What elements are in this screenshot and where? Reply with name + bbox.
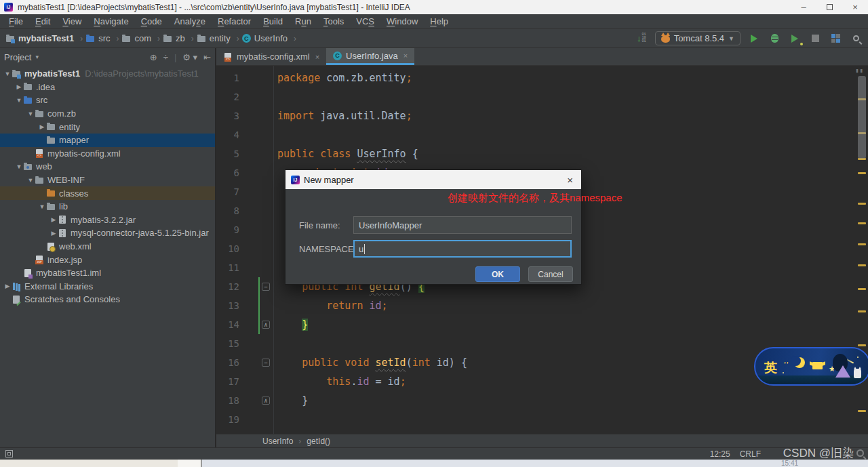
menu-item-analyze[interactable]: Analyze xyxy=(168,15,212,28)
gear-icon[interactable]: ⚙ ▾ xyxy=(182,52,197,62)
tree-item-external-libraries[interactable]: ▶External Libraries xyxy=(0,280,215,293)
tree-item-mybatis-config-xml[interactable]: mybatis-config.xml xyxy=(0,147,215,161)
file-name-input[interactable]: UserInfoMapper xyxy=(353,216,572,234)
tree-item-classes[interactable]: classes xyxy=(0,186,215,200)
watermark-magnifier-icon xyxy=(856,449,864,457)
stripe-warning-mark[interactable] xyxy=(858,222,866,224)
locate-icon[interactable]: ⊕ xyxy=(150,52,157,62)
chevron-expanded-icon[interactable]: ▼ xyxy=(15,163,23,170)
intellij-logo-icon: IJ xyxy=(291,176,300,184)
breadcrumb-item-mybatistest1[interactable]: mybatisTest1› xyxy=(5,33,83,43)
ok-button[interactable]: OK xyxy=(475,266,520,282)
stop-button[interactable] xyxy=(808,32,822,45)
tree-item-entity[interactable]: ▶entity xyxy=(0,120,215,134)
tool-windows-button[interactable] xyxy=(829,32,842,45)
stripe-warning-mark[interactable] xyxy=(858,288,866,290)
breadcrumb-item-userinfo[interactable]: CUserInfo› xyxy=(242,33,296,43)
project-tree: ▼mybatisTest1D:\ideaProjects\mybatisTest… xyxy=(0,66,215,306)
cancel-button[interactable]: Cancel xyxy=(528,266,573,282)
tree-item-web-xml[interactable]: web.xml xyxy=(0,240,215,253)
stripe-warning-mark[interactable] xyxy=(858,264,866,266)
editor-breadcrumb-item[interactable]: UserInfo xyxy=(262,436,293,446)
tree-item-scratches-and-consoles[interactable]: Scratches and Consoles xyxy=(0,293,215,306)
chevron-expanded-icon[interactable]: ▼ xyxy=(26,177,35,184)
stripe-warning-mark[interactable] xyxy=(858,243,866,245)
menu-item-run[interactable]: Run xyxy=(289,15,317,28)
xml-icon xyxy=(35,148,44,158)
breadcrumb-item-zb[interactable]: zb› xyxy=(163,33,194,43)
numeric-sort-icon[interactable]: ↓ 011001 xyxy=(635,32,648,45)
breadcrumb-item-entity[interactable]: entity› xyxy=(197,33,239,43)
tree-item-src[interactable]: ▼src xyxy=(0,94,215,107)
tree-item-mybatis-3-2-2-jar[interactable]: ▶mybatis-3.2.2.jar xyxy=(0,214,215,227)
chevron-expanded-icon[interactable]: ▼ xyxy=(15,97,23,104)
close-icon[interactable]: × xyxy=(315,53,319,61)
editor-breadcrumb-item[interactable]: getId() xyxy=(307,436,330,446)
menu-item-vcs[interactable]: VCS xyxy=(350,15,380,28)
fold-region-close-icon[interactable]: ∧ xyxy=(262,397,270,405)
menu-item-edit[interactable]: Edit xyxy=(29,15,56,28)
editor-tab-bar: mybatis-config.xml×CUserInfo.java× xyxy=(216,48,868,66)
hide-panel-icon[interactable]: ⇤ xyxy=(203,52,211,62)
project-panel-title[interactable]: Project xyxy=(4,52,31,62)
chevron-collapsed-icon[interactable]: ▶ xyxy=(50,216,58,223)
breadcrumb-item-com[interactable]: com› xyxy=(121,33,160,43)
tab-mybatis-config-xml[interactable]: mybatis-config.xml× xyxy=(216,48,326,65)
run-with-coverage-button[interactable] xyxy=(788,32,802,45)
menu-item-refactor[interactable]: Refactor xyxy=(212,15,257,28)
menu-item-window[interactable]: Window xyxy=(380,15,424,28)
fold-region-open-icon[interactable]: − xyxy=(262,359,270,367)
fold-region-close-icon[interactable]: ∧ xyxy=(262,321,270,329)
dialog-close-button[interactable]: × xyxy=(564,174,576,186)
run-configuration-selector[interactable]: Tomcat 8.5.4 ▼ xyxy=(655,31,741,45)
search-everywhere-button[interactable] xyxy=(849,32,863,45)
chevron-collapsed-icon[interactable]: ▶ xyxy=(3,283,12,289)
tree-item-web[interactable]: ▼web xyxy=(0,160,215,174)
tree-item-mybatistest1[interactable]: ▼mybatisTest1D:\ideaProjects\mybatisTest… xyxy=(0,67,215,81)
run-configuration-label: Tomcat 8.5.4 xyxy=(674,33,724,43)
menu-item-view[interactable]: View xyxy=(56,15,87,28)
menu-item-navigate[interactable]: Navigate xyxy=(87,15,134,28)
stripe-warning-mark[interactable] xyxy=(858,310,866,312)
tree-item-mysql-connector-java-5-1-25-bin-jar[interactable]: ▶mysql-connector-java-5.1.25-bin.jar xyxy=(0,226,215,240)
fold-region-open-icon[interactable]: − xyxy=(262,283,270,291)
minimize-button[interactable]: – xyxy=(791,0,816,14)
tree-item-com-zb[interactable]: ▼com.zb xyxy=(0,107,215,121)
debug-button[interactable] xyxy=(768,32,781,45)
line-ending-indicator[interactable]: CRLF xyxy=(740,449,761,459)
menu-item-tools[interactable]: Tools xyxy=(317,15,350,28)
tool-window-switcher-icon[interactable] xyxy=(5,450,13,458)
menu-item-file[interactable]: File xyxy=(3,15,29,28)
close-icon[interactable]: × xyxy=(403,52,408,60)
chevron-collapsed-icon[interactable]: ▶ xyxy=(50,230,58,237)
chevron-expanded-icon[interactable]: ▼ xyxy=(26,110,35,117)
namespace-input[interactable]: u xyxy=(353,240,572,258)
stripe-warning-mark[interactable] xyxy=(858,410,866,412)
chevron-collapsed-icon[interactable]: ▶ xyxy=(15,83,23,90)
stripe-warning-mark[interactable] xyxy=(858,344,866,346)
class-icon: C xyxy=(242,34,251,43)
stripe-warning-mark[interactable] xyxy=(858,203,866,205)
tab-userinfo-java[interactable]: CUserInfo.java× xyxy=(326,48,414,65)
restore-button[interactable] xyxy=(816,0,842,14)
collapse-all-icon[interactable]: ÷ xyxy=(163,52,168,62)
tree-item-mapper[interactable]: mapper xyxy=(0,134,215,147)
stripe-warning-mark[interactable] xyxy=(858,172,866,174)
tree-item-mybatistest1-iml[interactable]: mybatisTest1.iml xyxy=(0,266,215,280)
line-number: 14 xyxy=(220,315,239,334)
menu-item-help[interactable]: Help xyxy=(424,15,454,28)
close-button[interactable]: × xyxy=(842,0,868,14)
chevron-expanded-icon[interactable]: ▼ xyxy=(3,70,12,77)
editor-scrollbar-thumb[interactable] xyxy=(858,76,866,159)
tree-item--idea[interactable]: ▶.idea xyxy=(0,81,215,94)
run-button[interactable] xyxy=(747,32,761,45)
tree-item-lib[interactable]: ▼lib xyxy=(0,200,215,214)
tree-item-web-inf[interactable]: ▼WEB-INF xyxy=(0,174,215,187)
chevron-collapsed-icon[interactable]: ▶ xyxy=(38,123,46,130)
tree-item-index-jsp[interactable]: index.jsp xyxy=(0,253,215,266)
translation-widget[interactable]: 英 ’’ ★ xyxy=(754,347,868,386)
menu-item-build[interactable]: Build xyxy=(257,15,289,28)
menu-item-code[interactable]: Code xyxy=(135,15,168,28)
breadcrumb-item-src[interactable]: src› xyxy=(85,33,119,43)
chevron-expanded-icon[interactable]: ▼ xyxy=(38,203,46,210)
